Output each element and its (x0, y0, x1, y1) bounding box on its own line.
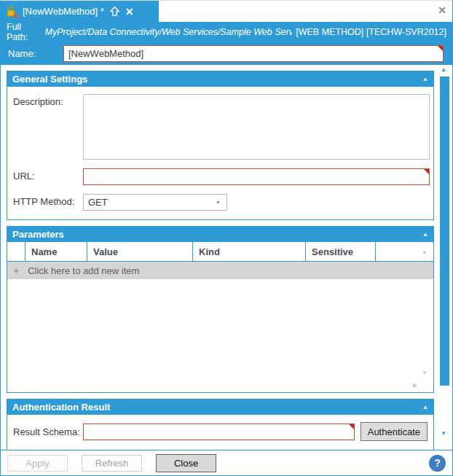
help-icon[interactable]: ? (429, 455, 446, 472)
http-method-value: GET (88, 197, 216, 208)
parameters-table-header: Name Value Kind Sensitive ▲ (7, 242, 433, 262)
general-settings-body: Description: URL: HTTP Method: GET (7, 87, 434, 220)
validation-corner-icon (438, 46, 443, 51)
column-header-kind[interactable]: Kind (193, 242, 306, 261)
titlebar: (0) [NewWebMethod] * ✕ ✕ (1, 1, 452, 22)
url-row: URL: (13, 168, 430, 185)
lock-badge: (0) (12, 13, 19, 18)
http-method-label: HTTP Method: (13, 194, 83, 207)
collapse-icon[interactable]: ▲ (422, 404, 428, 410)
name-input[interactable] (63, 45, 444, 62)
authentication-result-title: Authentication Result (12, 402, 110, 413)
section-general-settings: General Settings ▲ Description: URL: (7, 71, 434, 220)
parameters-table-body: ▼ ▶ (7, 279, 433, 392)
column-header-filler: ▲ (376, 242, 433, 261)
vertical-scrollbar[interactable]: ▲ ▼ (437, 65, 452, 450)
parameters-title: Parameters (12, 229, 64, 240)
http-method-row: HTTP Method: GET ▼ (13, 194, 430, 211)
section-authentication-result: Authentication Result ▲ Result Schema: A… (7, 399, 434, 450)
add-new-item-label: Click here to add new item (28, 265, 139, 276)
authentication-result-header[interactable]: Authentication Result ▲ (7, 399, 434, 415)
http-method-dropdown[interactable]: GET ▼ (83, 194, 227, 211)
authenticate-button[interactable]: Authenticate (361, 422, 428, 441)
tab-new-web-method[interactable]: (0) [NewWebMethod] * ✕ (1, 1, 159, 22)
full-path-value: MyProject/Data Connectivity/Web Services… (45, 27, 293, 37)
object-context-label: [WEB METHOD] [TECHW-SVR2012] (296, 27, 446, 37)
validation-corner-icon (424, 169, 429, 174)
row-selector-column-header (7, 242, 25, 261)
tab-close-icon[interactable]: ✕ (125, 7, 134, 17)
lock-icon: (0) (5, 5, 17, 17)
table-scroll-down-icon[interactable]: ▼ (422, 370, 428, 376)
plus-icon: + (13, 265, 19, 276)
description-row: Description: (13, 94, 430, 160)
promote-up-arrow-icon[interactable] (109, 6, 120, 17)
web-method-editor-window: (0) [NewWebMethod] * ✕ ✕ Full Path: MyPr… (0, 0, 453, 476)
url-field-wrap (83, 168, 430, 185)
result-schema-input[interactable] (83, 424, 355, 440)
window-close-icon[interactable]: ✕ (438, 5, 446, 15)
tab-title: [NewWebMethod] * (23, 6, 104, 17)
name-label: Name: (8, 48, 58, 59)
parameters-body: Name Value Kind Sensitive ▲ + Click here… (7, 242, 434, 393)
name-row: Name: (1, 42, 452, 65)
general-settings-header[interactable]: General Settings ▲ (7, 71, 434, 87)
result-schema-label: Result Schema: (13, 426, 83, 437)
close-button[interactable]: Close (156, 454, 216, 472)
name-field-wrap (63, 45, 444, 62)
add-new-item-row[interactable]: + Click here to add new item (7, 262, 433, 279)
authentication-result-body: Result Schema: Authenticate (7, 415, 434, 450)
full-path-label: Full Path: (7, 22, 42, 42)
scrollbar-up-icon[interactable]: ▲ (441, 66, 446, 73)
description-label: Description: (13, 94, 83, 107)
url-input[interactable] (83, 168, 430, 185)
description-textarea[interactable] (83, 94, 430, 160)
result-schema-field-wrap (83, 424, 355, 440)
collapse-icon[interactable]: ▲ (422, 76, 428, 82)
section-parameters: Parameters ▲ Name Value Kind Sensitive ▲ (7, 226, 434, 393)
general-settings-title: General Settings (12, 74, 87, 85)
footer-bar: Apply Refresh Close ? (1, 450, 452, 475)
full-path-bar: Full Path: MyProject/Data Connectivity/W… (1, 22, 452, 42)
content-area: General Settings ▲ Description: URL: (1, 65, 452, 450)
column-header-sensitive[interactable]: Sensitive (306, 242, 376, 261)
sections-column: General Settings ▲ Description: URL: (1, 65, 437, 450)
collapse-icon[interactable]: ▲ (422, 231, 428, 238)
scrollbar-thumb[interactable] (440, 77, 449, 386)
refresh-button[interactable]: Refresh (82, 455, 142, 472)
column-header-name[interactable]: Name (25, 242, 87, 261)
parameters-header[interactable]: Parameters ▲ (7, 226, 434, 242)
table-scroll-right-icon[interactable]: ▶ (413, 382, 417, 389)
apply-button[interactable]: Apply (7, 455, 68, 472)
chevron-down-icon: ▼ (216, 200, 222, 205)
table-scroll-up-icon[interactable]: ▲ (422, 249, 428, 255)
validation-corner-icon (349, 424, 354, 429)
scrollbar-down-icon[interactable]: ▼ (441, 430, 446, 437)
column-header-value[interactable]: Value (87, 242, 193, 261)
url-label: URL: (13, 168, 83, 182)
